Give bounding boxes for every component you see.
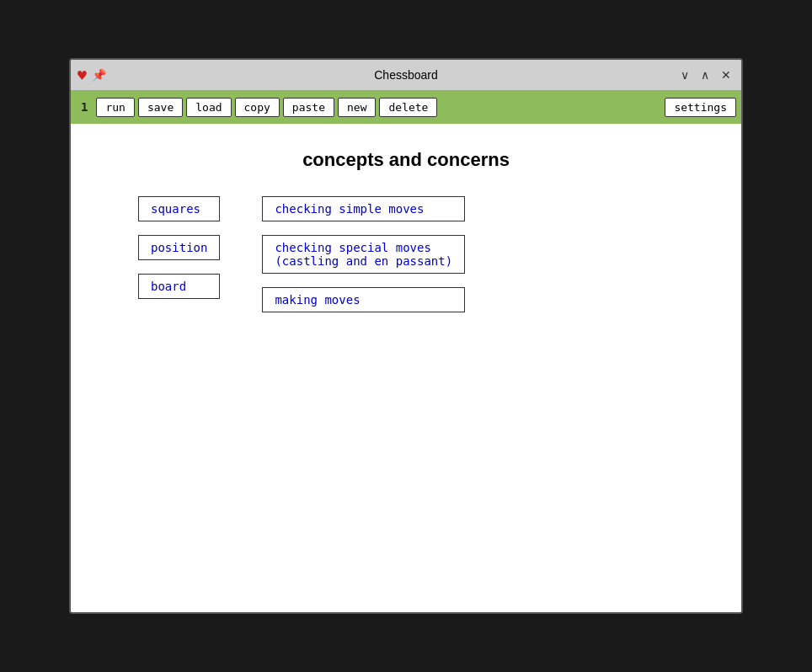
making-moves-item[interactable]: making moves	[262, 287, 465, 312]
load-button[interactable]: load	[186, 98, 231, 117]
heart-icon: ♥	[77, 67, 87, 84]
delete-button[interactable]: delete	[379, 98, 437, 117]
title-bar: ♥ 📌 Chessboard ∨ ∧ ✕	[71, 60, 741, 90]
page-title: concepts and concerns	[138, 149, 674, 171]
toolbar: 1 run save load copy paste new delete se…	[71, 90, 741, 124]
content-area: concepts and concerns squares position b…	[71, 124, 741, 612]
minimize-button[interactable]: ∨	[677, 68, 692, 82]
copy-button[interactable]: copy	[235, 98, 280, 117]
run-button[interactable]: run	[96, 98, 134, 117]
settings-button[interactable]: settings	[665, 98, 736, 117]
checking-special-moves-item[interactable]: checking special moves(castling and en p…	[262, 235, 465, 274]
save-button[interactable]: save	[138, 98, 183, 117]
checking-simple-moves-item[interactable]: checking simple moves	[262, 196, 465, 221]
window-controls: ∨ ∧ ✕	[677, 68, 735, 82]
right-column: checking simple moves checking special m…	[262, 196, 465, 312]
window-title: Chessboard	[374, 68, 438, 82]
board-item[interactable]: board	[138, 274, 220, 299]
close-button[interactable]: ✕	[718, 68, 735, 82]
items-grid: squares position board checking simple m…	[138, 196, 674, 312]
pin-icon: 📌	[92, 68, 106, 82]
left-column: squares position board	[138, 196, 220, 312]
new-button[interactable]: new	[338, 98, 376, 117]
paste-button[interactable]: paste	[283, 98, 334, 117]
maximize-button[interactable]: ∧	[697, 68, 713, 82]
main-window: ♥ 📌 Chessboard ∨ ∧ ✕ 1 run save load cop…	[69, 58, 743, 614]
squares-item[interactable]: squares	[138, 196, 220, 221]
position-item[interactable]: position	[138, 235, 220, 260]
toolbar-number: 1	[76, 99, 93, 115]
